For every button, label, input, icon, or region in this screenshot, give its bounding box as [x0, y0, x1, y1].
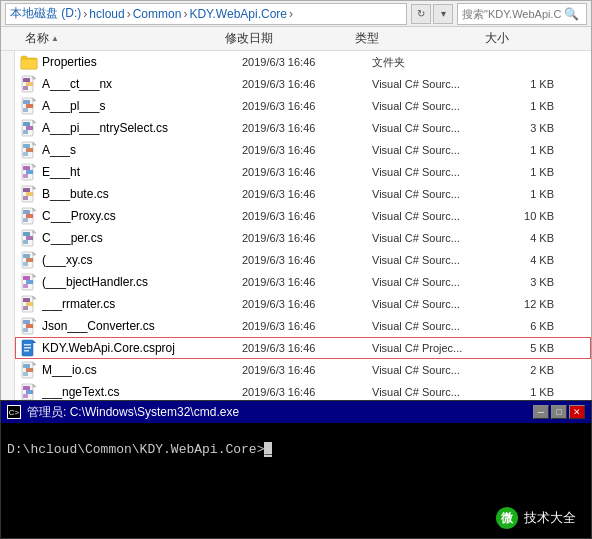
cs-file-icon	[20, 317, 38, 335]
file-date: 2019/6/3 16:46	[242, 56, 372, 68]
file-name: Json___Converter.cs	[42, 319, 242, 333]
svg-marker-57	[33, 318, 36, 321]
cs-file-icon	[20, 295, 38, 313]
file-date: 2019/6/3 16:46	[242, 122, 372, 134]
search-box[interactable]: 🔍	[457, 3, 587, 25]
file-type: Visual C# Sourc...	[372, 386, 502, 398]
svg-rect-74	[26, 390, 33, 394]
cmd-title: 管理员: C:\Windows\System32\cmd.exe	[27, 404, 239, 421]
file-name: C___Proxy.cs	[42, 209, 242, 223]
svg-rect-24	[26, 170, 33, 174]
svg-marker-42	[33, 252, 36, 255]
refresh-button[interactable]: ↻	[411, 4, 431, 24]
file-date: 2019/6/3 16:46	[242, 364, 372, 376]
file-type: Visual C# Sourc...	[372, 210, 502, 222]
breadcrumb-hcloud[interactable]: hcloud	[89, 7, 124, 21]
table-row[interactable]: A___s2019/6/3 16:46Visual C# Sourc...1 K…	[15, 139, 591, 161]
svg-rect-65	[24, 350, 29, 352]
table-row[interactable]: Json___Converter.cs2019/6/3 16:46Visual …	[15, 315, 591, 337]
table-row[interactable]: A___pi___ntrySelect.cs2019/6/3 16:46Visu…	[15, 117, 591, 139]
address-path[interactable]: 本地磁盘 (D:) › hcloud › Common › KDY.WebApi…	[5, 3, 407, 25]
table-row[interactable]: C___per.cs2019/6/3 16:46Visual C# Sourc.…	[15, 227, 591, 249]
svg-rect-63	[24, 344, 31, 346]
sep3: ›	[183, 7, 187, 21]
table-row[interactable]: M___io.cs2019/6/3 16:46Visual C# Sourc..…	[15, 359, 591, 381]
file-name: (___bjectHandler.cs	[42, 275, 242, 289]
file-type: Visual C# Sourc...	[372, 320, 502, 332]
cmd-close-button[interactable]: ✕	[569, 405, 585, 419]
cmd-title-left: C> 管理员: C:\Windows\System32\cmd.exe	[7, 404, 239, 421]
svg-marker-32	[33, 208, 36, 211]
cmd-titlebar: C> 管理员: C:\Windows\System32\cmd.exe ─ □ …	[1, 401, 591, 423]
table-row[interactable]: B___bute.cs2019/6/3 16:46Visual C# Sourc…	[15, 183, 591, 205]
svg-rect-40	[23, 240, 28, 244]
cmd-window-controls: ─ □ ✕	[533, 405, 585, 419]
table-row[interactable]: KDY.WebApi.Core.csproj2019/6/3 16:46Visu…	[15, 337, 591, 359]
file-size: 1 KB	[502, 386, 562, 398]
sep2: ›	[127, 7, 131, 21]
file-name: C___per.cs	[42, 231, 242, 245]
cs-file-icon	[20, 185, 38, 203]
svg-marker-52	[33, 296, 36, 299]
table-row[interactable]: ___rrmater.cs2019/6/3 16:46Visual C# Sou…	[15, 293, 591, 315]
breadcrumb-disk[interactable]: 本地磁盘 (D:)	[10, 5, 81, 22]
svg-rect-15	[23, 130, 28, 134]
cmd-maximize-button[interactable]: □	[551, 405, 567, 419]
svg-rect-54	[26, 302, 33, 306]
file-size: 1 KB	[502, 166, 562, 178]
svg-rect-19	[26, 148, 33, 152]
file-name: KDY.WebApi.Core.csproj	[42, 341, 242, 355]
cs-file-icon	[20, 361, 38, 379]
search-icon: 🔍	[564, 7, 579, 21]
svg-rect-44	[26, 258, 33, 262]
dropdown-button[interactable]: ▾	[433, 4, 453, 24]
svg-rect-35	[23, 218, 28, 222]
table-row[interactable]: E___ht2019/6/3 16:46Visual C# Sourc...1 …	[15, 161, 591, 183]
svg-rect-3	[23, 78, 30, 82]
cs-file-icon	[20, 97, 38, 115]
file-type: Visual C# Sourc...	[372, 122, 502, 134]
cmd-minimize-button[interactable]: ─	[533, 405, 549, 419]
file-name: (___xy.cs	[42, 253, 242, 267]
table-row[interactable]: C___Proxy.cs2019/6/3 16:46Visual C# Sour…	[15, 205, 591, 227]
col-header-date[interactable]: 修改日期	[225, 30, 355, 47]
file-date: 2019/6/3 16:46	[242, 210, 372, 222]
col-header-type[interactable]: 类型	[355, 30, 485, 47]
table-row[interactable]: (___bjectHandler.cs2019/6/3 16:46Visual …	[15, 271, 591, 293]
column-headers: 名称 ▲ 修改日期 类型 大小	[1, 27, 591, 51]
svg-rect-28	[23, 188, 30, 192]
svg-marker-17	[33, 142, 36, 145]
cs-file-icon	[20, 273, 38, 291]
table-row[interactable]: A___pl___s2019/6/3 16:46Visual C# Sourc.…	[15, 95, 591, 117]
wechat-icon: 微	[496, 507, 518, 529]
file-size: 3 KB	[502, 122, 562, 134]
table-row[interactable]: Properties2019/6/3 16:46文件夹	[15, 51, 591, 73]
svg-rect-60	[23, 328, 28, 332]
file-name: ___rrmater.cs	[42, 297, 242, 311]
svg-rect-75	[23, 394, 28, 398]
file-date: 2019/6/3 16:46	[242, 320, 372, 332]
table-row[interactable]: (___xy.cs2019/6/3 16:46Visual C# Sourc..…	[15, 249, 591, 271]
svg-rect-25	[23, 174, 28, 178]
file-name: A___ct___nx	[42, 77, 242, 91]
col-header-size[interactable]: 大小	[485, 30, 545, 47]
folder-icon	[20, 53, 38, 71]
file-size: 1 KB	[502, 144, 562, 156]
breadcrumb-common[interactable]: Common	[133, 7, 182, 21]
file-date: 2019/6/3 16:46	[242, 166, 372, 178]
col-header-name[interactable]: 名称 ▲	[5, 30, 225, 47]
file-name: A___pl___s	[42, 99, 242, 113]
table-row[interactable]: A___ct___nx2019/6/3 16:46Visual C# Sourc…	[15, 73, 591, 95]
breadcrumb-core[interactable]: KDY.WebApi.Core	[189, 7, 287, 21]
search-input[interactable]	[462, 8, 562, 20]
watermark-panel: 微 技术大全	[486, 503, 586, 533]
svg-rect-5	[23, 86, 28, 90]
svg-rect-48	[23, 276, 30, 280]
sep4: ›	[289, 7, 293, 21]
file-date: 2019/6/3 16:46	[242, 276, 372, 288]
cmd-prompt: D:\hcloud\Common\KDY.WebApi.Core>_	[7, 442, 585, 457]
cursor: _	[264, 442, 272, 457]
file-size: 6 KB	[502, 320, 562, 332]
file-name: A___s	[42, 143, 242, 157]
svg-rect-9	[26, 104, 33, 108]
